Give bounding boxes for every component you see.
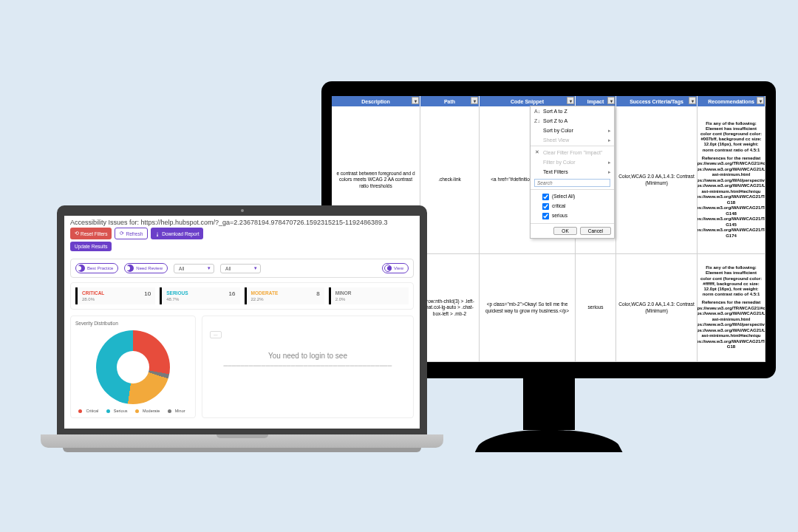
clear-filter-icon: ✕ <box>534 149 540 155</box>
sheet-view-item: Sheet View▸ <box>531 135 614 145</box>
toggle-icon <box>384 265 392 272</box>
filter-dropdown-icon[interactable]: ▾ <box>689 97 696 104</box>
toggle-icon <box>78 265 85 272</box>
chart-title: Severity Distribution <box>75 321 191 326</box>
filter-select-1[interactable]: All <box>174 264 214 273</box>
reset-filters-button[interactable]: ⟲Reset Filters <box>70 228 112 239</box>
best-practice-label: Best Practice <box>87 266 113 270</box>
col-header-description[interactable]: Description ▾ <box>332 96 420 106</box>
monitor-stand-neck <box>523 378 575 430</box>
card-critical-count: 10 <box>144 290 151 297</box>
sort-az-label: Sort A to Z <box>543 109 567 114</box>
panel-subtitle <box>210 324 406 328</box>
laptop-bezel: Accessibility Issues for: https://help.h… <box>57 205 427 434</box>
submenu-arrow-icon: ▸ <box>608 137 611 143</box>
legend-dot-icon <box>135 409 139 413</box>
cell-impact: serious <box>576 254 616 361</box>
login-message: You need to login to see <box>210 352 406 360</box>
filter-checkbox[interactable] <box>542 194 549 200</box>
col-header-path-label: Path <box>444 99 455 104</box>
legend-dot-icon <box>168 409 171 413</box>
submenu-arrow-icon: ▸ <box>608 169 611 175</box>
card-minor-pct: 2.0% <box>335 297 352 301</box>
download-report-button[interactable]: ⭳Download Report <box>151 228 203 239</box>
filter-dropdown-icon[interactable]: ▾ <box>567 97 574 104</box>
filter-dropdown-icon[interactable]: ▾ <box>757 97 764 104</box>
filter-checkbox[interactable] <box>542 213 549 219</box>
card-serious-pct: 48.7% <box>166 297 188 301</box>
reset-icon: ⟲ <box>75 231 79 236</box>
sort-za-icon: Z↓ <box>534 118 540 123</box>
filter-select-all[interactable]: (Select All) <box>541 192 610 202</box>
need-review-toggle[interactable]: Need Review <box>124 263 168 273</box>
filter-cancel-button[interactable]: Cancel <box>580 227 611 235</box>
card-serious[interactable]: SERIOUS48.7% 16 <box>160 287 239 304</box>
severity-cards: CRITICAL28.0% 10 SERIOUS48.7% 16 MODERAT… <box>70 282 414 310</box>
filter-bar: Best Practice Need Review All All View <box>70 259 414 278</box>
card-critical[interactable]: CRITICAL28.0% 10 <box>75 287 155 304</box>
rec-main-text: Fix any of the following: Element has in… <box>700 121 763 153</box>
filter-dropdown-icon[interactable]: ▾ <box>607 97 615 104</box>
sort-za-item[interactable]: Z↓Sort Z to A <box>531 116 614 126</box>
refresh-button[interactable]: ⟳Refresh <box>115 228 148 239</box>
submenu-arrow-icon: ▸ <box>608 160 611 166</box>
card-moderate[interactable]: MODERATE22.2% 8 <box>245 287 324 304</box>
col-header-recommendations-label: Recommendations <box>708 99 754 104</box>
filter-dropdown-icon[interactable]: ▾ <box>412 97 419 104</box>
submenu-arrow-icon: ▸ <box>608 128 611 134</box>
col-header-code[interactable]: Code Snippet ▾ <box>480 96 576 106</box>
sort-az-icon: A↓ <box>534 109 540 114</box>
filter-search-input[interactable] <box>534 179 610 187</box>
rec-links-text: References for the remediat https://www.… <box>698 156 765 239</box>
panel-badge: — <box>210 331 222 338</box>
col-header-recommendations[interactable]: Recommendations ▾ <box>698 96 765 106</box>
clear-filter-label: Clear Filter From "Impact" <box>543 150 602 155</box>
sort-az-item[interactable]: A↓Sort A to Z <box>531 106 614 116</box>
clear-filter-item: ✕Clear Filter From "Impact" <box>531 147 614 157</box>
card-minor-label: MINOR <box>335 290 352 296</box>
card-moderate-count: 8 <box>316 290 319 297</box>
filter-ok-button[interactable]: OK <box>553 227 576 235</box>
col-header-criteria-label: Success Criteria/Tags <box>630 99 683 104</box>
col-header-code-label: Code Snippet <box>511 99 544 104</box>
column-filter-menu: A↓Sort A to Z Z↓Sort Z to A Sort by Colo… <box>530 106 615 239</box>
page-title: Accessibility Issues for: https://help.h… <box>64 216 420 228</box>
download-label: Download Report <box>162 231 199 236</box>
legend-dot-icon <box>106 409 110 413</box>
card-serious-count: 16 <box>229 290 236 297</box>
view-toggle[interactable]: View <box>382 263 409 273</box>
webcam-icon <box>241 209 244 212</box>
text-filters-item[interactable]: Text Filters▸ <box>531 167 614 177</box>
card-minor[interactable]: MINOR2.0% <box>329 287 409 304</box>
col-header-impact[interactable]: Impact ▾ <box>576 96 616 106</box>
update-results-button[interactable]: Update Results <box>70 242 112 251</box>
filter-search-row <box>531 177 614 189</box>
col-header-path[interactable]: Path ▾ <box>420 96 480 106</box>
filter-option-serious-label: serious <box>552 213 567 218</box>
chart-legend: Critical Serious Moderate Minor <box>75 409 191 413</box>
filter-menu-buttons: OK Cancel <box>531 223 614 238</box>
filter-by-color-item: Filter by Color▸ <box>531 157 614 167</box>
legend-minor: Minor <box>168 409 188 413</box>
filter-checkbox[interactable] <box>542 203 549 210</box>
laptop: Accessibility Issues for: https://help.h… <box>41 205 443 452</box>
legend-moderate: Moderate <box>135 409 162 413</box>
reset-filters-label: Reset Filters <box>81 231 107 236</box>
filter-option-serious[interactable]: serious <box>541 211 610 221</box>
card-serious-label: SERIOUS <box>166 290 188 296</box>
filter-option-critical[interactable]: critical <box>541 202 610 211</box>
cell-recommendations: Fix any of the following: Element has in… <box>698 254 765 361</box>
best-practice-toggle[interactable]: Best Practice <box>75 263 118 273</box>
filter-by-color-label: Filter by Color <box>543 160 576 165</box>
filter-option-critical-label: critical <box>552 203 565 208</box>
view-toggle-label: View <box>394 266 403 270</box>
filter-dropdown-icon[interactable]: ▾ <box>471 97 478 104</box>
col-header-criteria[interactable]: Success Criteria/Tags ▾ <box>616 96 698 106</box>
legend-critical: Critical <box>78 409 100 413</box>
filter-select-2[interactable]: All <box>220 264 261 273</box>
sort-by-color-item[interactable]: Sort by Color▸ <box>531 126 614 135</box>
card-moderate-pct: 22.2% <box>251 297 279 301</box>
text-filters-label: Text Filters <box>543 169 568 174</box>
severity-chart-panel: Severity Distribution Critical Serious M… <box>70 316 196 418</box>
sort-za-label: Sort Z to A <box>543 118 567 123</box>
